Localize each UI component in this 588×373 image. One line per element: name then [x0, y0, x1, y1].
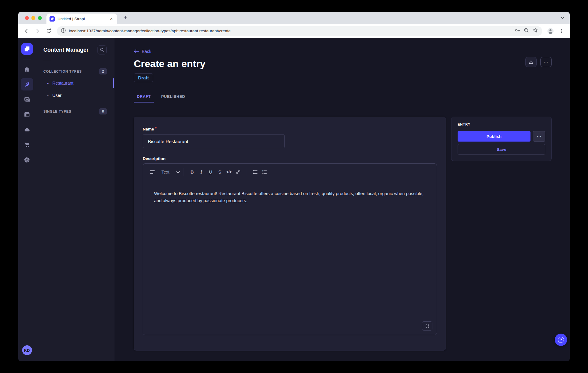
name-field-label: Name	[143, 127, 154, 131]
minimize-window-button[interactable]	[31, 16, 35, 20]
settings-nav-button[interactable]	[21, 154, 33, 166]
marketplace-nav-button[interactable]	[21, 138, 33, 151]
forward-nav-icon[interactable]	[32, 26, 43, 36]
expand-editor-button[interactable]	[422, 321, 432, 331]
browser-menu-icon[interactable]	[556, 26, 567, 36]
password-key-icon[interactable]	[514, 27, 520, 34]
back-arrow-icon	[134, 49, 139, 54]
fullscreen-window-button[interactable]	[38, 16, 42, 20]
collection-types-section-label: COLLECTION TYPES	[43, 70, 82, 73]
browser-toolbar: localhost:1337/admin/content-manager/col…	[18, 24, 570, 38]
close-tab-icon[interactable]: ×	[109, 16, 114, 22]
content-manager-subnav: Content Manager COLLECTION TYPES 2 • Res…	[36, 38, 114, 361]
status-badge: Draft	[134, 73, 153, 82]
paragraph-format-icon[interactable]	[148, 167, 157, 177]
reload-icon[interactable]	[43, 26, 54, 36]
version-tabs: DRAFT PUBLISHED	[134, 91, 552, 102]
sidebar-item-user[interactable]: • User	[43, 89, 107, 102]
bullet-list-button[interactable]	[251, 167, 260, 177]
back-nav-icon[interactable]	[21, 26, 32, 36]
back-link[interactable]: Back	[134, 49, 151, 54]
bullet-icon: •	[47, 93, 49, 98]
home-nav-button[interactable]	[21, 63, 33, 75]
svg-text:1: 1	[262, 170, 263, 172]
url-text[interactable]: localhost:1337/admin/content-manager/col…	[69, 29, 511, 33]
collection-types-count-badge: 2	[99, 68, 107, 74]
browser-window: Untitled | Strapi × + localhost:1337/adm…	[18, 12, 570, 361]
tab-draft[interactable]: DRAFT	[134, 91, 154, 102]
browser-tab[interactable]: Untitled | Strapi ×	[46, 14, 117, 24]
strikethrough-button[interactable]: S	[215, 167, 224, 177]
window-controls	[25, 16, 42, 20]
export-download-button[interactable]	[525, 57, 537, 67]
zoom-page-icon[interactable]	[523, 27, 529, 34]
header-more-button[interactable]: ⋯	[540, 57, 552, 67]
single-types-count-badge: 0	[99, 108, 107, 114]
url-bar[interactable]: localhost:1337/admin/content-manager/col…	[57, 26, 542, 36]
tab-title: Untitled | Strapi	[58, 17, 106, 21]
entry-panel-title: ENTRY	[458, 122, 545, 126]
block-format-select[interactable]: Text	[161, 170, 169, 174]
svg-text:2: 2	[262, 172, 263, 174]
browser-profile-icon[interactable]	[545, 26, 556, 36]
tab-search-chevron-icon[interactable]	[560, 15, 565, 22]
code-button[interactable]: </>	[224, 167, 234, 177]
sidebar-item-label: User	[52, 93, 62, 98]
close-window-button[interactable]	[25, 16, 29, 20]
content-manager-nav-button[interactable]	[21, 78, 33, 90]
chevron-down-icon[interactable]	[176, 169, 180, 175]
strapi-app: KD Content Manager COLLECTION TYPES 2 • …	[18, 38, 570, 361]
link-button[interactable]	[234, 167, 243, 177]
description-field-label: Description	[143, 156, 437, 161]
bullet-icon: •	[47, 81, 49, 86]
page-title: Create an entry	[134, 58, 552, 70]
main-nav-rail: KD	[18, 38, 36, 361]
entry-form-card: Name* Description Text	[134, 117, 446, 351]
strapi-favicon	[50, 16, 55, 22]
content-type-builder-nav-button[interactable]	[21, 108, 33, 121]
tab-published[interactable]: PUBLISHED	[158, 91, 188, 102]
rail-divider	[23, 59, 31, 59]
media-library-nav-button[interactable]	[21, 93, 33, 106]
back-label: Back	[142, 49, 151, 54]
bold-button[interactable]: B	[188, 167, 197, 177]
editor-toolbar: Text B I U S </>	[143, 164, 437, 180]
entry-more-button[interactable]: ⋯	[533, 131, 545, 142]
save-button[interactable]: Save	[458, 144, 545, 154]
required-marker: *	[155, 126, 157, 131]
search-button[interactable]	[97, 45, 107, 54]
strapi-logo	[21, 43, 33, 55]
main-content: Back ⋯ Create an entry Draft DRAFT PUBLI…	[114, 38, 570, 361]
bookmark-star-icon[interactable]	[532, 27, 538, 34]
subnav-title: Content Manager	[43, 47, 89, 53]
site-info-icon[interactable]	[61, 28, 66, 34]
publish-button[interactable]: Publish	[458, 131, 530, 142]
entry-panel: ENTRY Publish ⋯ Save	[451, 117, 552, 161]
cloud-nav-button[interactable]	[21, 123, 33, 136]
sidebar-item-restaurant[interactable]: • Restaurant	[43, 77, 107, 89]
subnav-divider	[43, 60, 51, 60]
rich-text-editor: Text B I U S </>	[143, 163, 437, 335]
user-avatar[interactable]: KD	[22, 345, 32, 355]
toolbar-divider	[184, 168, 184, 176]
numbered-list-button[interactable]: 12	[260, 167, 269, 177]
italic-button[interactable]: I	[197, 167, 206, 177]
underline-button[interactable]: U	[206, 167, 215, 177]
new-tab-button[interactable]: +	[121, 14, 129, 22]
browser-tabstrip: Untitled | Strapi × +	[18, 12, 570, 24]
question-icon: ?	[558, 337, 564, 343]
editor-content[interactable]: Welcome to Biscotte restaurant! Restaura…	[143, 180, 437, 335]
single-types-section-label: SINGLE TYPES	[43, 110, 71, 113]
toolbar-divider	[247, 168, 247, 176]
name-input[interactable]	[143, 134, 285, 148]
sidebar-item-label: Restaurant	[52, 81, 73, 86]
help-button[interactable]: ?	[555, 334, 567, 346]
